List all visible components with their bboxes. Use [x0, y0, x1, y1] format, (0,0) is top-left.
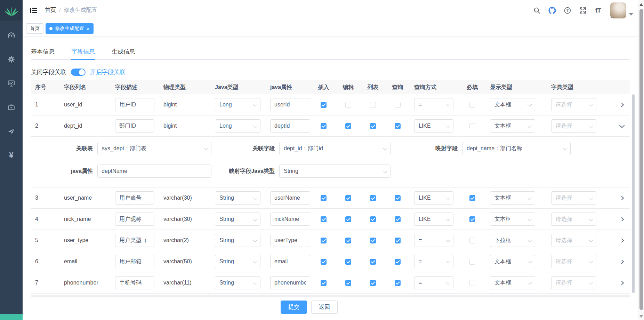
tag-home[interactable]: 首页 [26, 23, 43, 34]
tag-modify-gen-config[interactable]: 修改生成配置 × [46, 23, 94, 34]
list-checkbox[interactable] [370, 259, 376, 265]
page-scrollbar-thumb[interactable] [639, 9, 643, 310]
back-button[interactable]: 返回 [311, 301, 338, 314]
tab-basic-info[interactable]: 基本信息 [31, 44, 55, 60]
row-expander[interactable] [608, 103, 630, 107]
tab-generate-info[interactable]: 生成信息 [112, 44, 135, 60]
required-checkbox[interactable] [469, 195, 475, 201]
relation-table-select[interactable]: sys_dept：部门表 [97, 142, 211, 155]
java-field-input[interactable] [270, 255, 310, 268]
query-type-select[interactable]: LIKE [414, 191, 453, 205]
edit-checkbox[interactable] [345, 280, 351, 286]
scroll-down-arrow-icon[interactable] [639, 315, 643, 318]
java-type-select[interactable]: Long [215, 119, 260, 133]
query-checkbox[interactable] [395, 259, 401, 265]
list-checkbox[interactable] [370, 123, 376, 129]
app-logo[interactable] [0, 0, 23, 21]
insert-checkbox[interactable] [321, 123, 327, 129]
required-checkbox[interactable] [469, 216, 475, 222]
java-field-input[interactable] [270, 191, 310, 205]
java-field-input[interactable] [270, 119, 310, 133]
java-type-select[interactable]: String [215, 255, 260, 268]
description-input[interactable] [115, 276, 154, 289]
html-type-select[interactable]: 文本框 [490, 119, 535, 133]
query-type-select[interactable]: = [414, 98, 453, 111]
mapping-java-type-select[interactable]: String [279, 165, 391, 178]
java-field-input[interactable] [270, 98, 310, 111]
sidebar-item-monitor[interactable] [0, 71, 23, 95]
row-expander[interactable] [608, 196, 630, 200]
java-type-select[interactable]: String [215, 276, 260, 289]
tab-field-info[interactable]: 字段信息 [71, 44, 95, 60]
query-type-select[interactable]: LIKE [414, 119, 453, 133]
edit-checkbox[interactable] [345, 259, 351, 265]
edit-checkbox[interactable] [345, 216, 351, 222]
fullscreen-button[interactable] [577, 5, 589, 16]
dict-type-select[interactable]: 请选择 [551, 234, 596, 247]
required-checkbox[interactable] [469, 102, 475, 108]
query-checkbox[interactable] [395, 216, 401, 222]
edit-checkbox[interactable] [345, 102, 351, 108]
insert-checkbox[interactable] [321, 259, 327, 265]
page-scrollbar[interactable] [638, 0, 644, 320]
dict-type-select[interactable]: 请选择 [551, 276, 596, 289]
list-checkbox[interactable] [370, 195, 376, 201]
mapping-field-select[interactable]: dept_name：部门名称 [462, 142, 571, 155]
required-checkbox[interactable] [469, 280, 475, 286]
required-checkbox[interactable] [469, 123, 475, 129]
description-input[interactable] [115, 119, 154, 133]
query-type-select[interactable]: = [414, 255, 453, 268]
edit-checkbox[interactable] [345, 238, 351, 243]
sidebar-item-system[interactable] [0, 47, 23, 71]
table-vertical-scrollbar[interactable] [632, 94, 635, 293]
sidebar-item-job[interactable] [0, 95, 23, 119]
relation-java-field-input[interactable] [97, 165, 211, 178]
query-checkbox[interactable] [395, 195, 401, 201]
java-type-select[interactable]: String [215, 234, 260, 247]
query-checkbox[interactable] [395, 238, 401, 243]
html-type-select[interactable]: 文本框 [490, 213, 535, 226]
html-type-select[interactable]: 文本框 [490, 98, 535, 111]
description-input[interactable] [115, 234, 154, 247]
dict-type-select[interactable]: 请选择 [551, 191, 596, 205]
java-type-select[interactable]: String [215, 213, 260, 226]
query-checkbox[interactable] [395, 102, 401, 108]
list-checkbox[interactable] [370, 102, 376, 108]
html-type-select[interactable]: 文本框 [490, 191, 535, 205]
scroll-up-arrow-icon[interactable] [639, 3, 643, 6]
required-checkbox[interactable] [469, 238, 475, 243]
tag-close-icon[interactable]: × [87, 26, 90, 31]
sidebar-item-finance[interactable]: ¥ [0, 143, 23, 167]
field-relation-switch[interactable] [71, 69, 86, 76]
java-field-input[interactable] [270, 276, 310, 289]
description-input[interactable] [115, 255, 154, 268]
list-checkbox[interactable] [370, 280, 376, 286]
row-expander[interactable] [608, 217, 630, 221]
row-expander[interactable] [608, 124, 630, 128]
description-input[interactable] [115, 98, 154, 111]
row-expander[interactable] [608, 239, 630, 242]
search-button[interactable] [531, 5, 543, 16]
user-menu[interactable] [610, 2, 633, 18]
insert-checkbox[interactable] [321, 238, 327, 243]
dict-type-select[interactable]: 请选择 [551, 119, 596, 133]
edit-checkbox[interactable] [345, 195, 351, 201]
query-checkbox[interactable] [395, 123, 401, 129]
java-field-input[interactable] [270, 213, 310, 226]
font-size-button[interactable]: tT [592, 5, 604, 16]
java-field-input[interactable] [270, 234, 310, 247]
dict-type-select[interactable]: 请选择 [551, 213, 596, 226]
insert-checkbox[interactable] [321, 102, 327, 108]
dict-type-select[interactable]: 请选择 [551, 255, 596, 268]
description-input[interactable] [115, 191, 154, 205]
required-checkbox[interactable] [469, 259, 475, 265]
insert-checkbox[interactable] [321, 216, 327, 222]
list-checkbox[interactable] [370, 216, 376, 222]
insert-checkbox[interactable] [321, 195, 327, 201]
description-input[interactable] [115, 213, 154, 226]
help-button[interactable]: ? [562, 5, 573, 16]
query-type-select[interactable]: = [414, 276, 453, 289]
submit-button[interactable]: 提交 [281, 301, 307, 314]
github-button[interactable] [546, 5, 558, 16]
sidebar-item-send[interactable] [0, 119, 23, 143]
